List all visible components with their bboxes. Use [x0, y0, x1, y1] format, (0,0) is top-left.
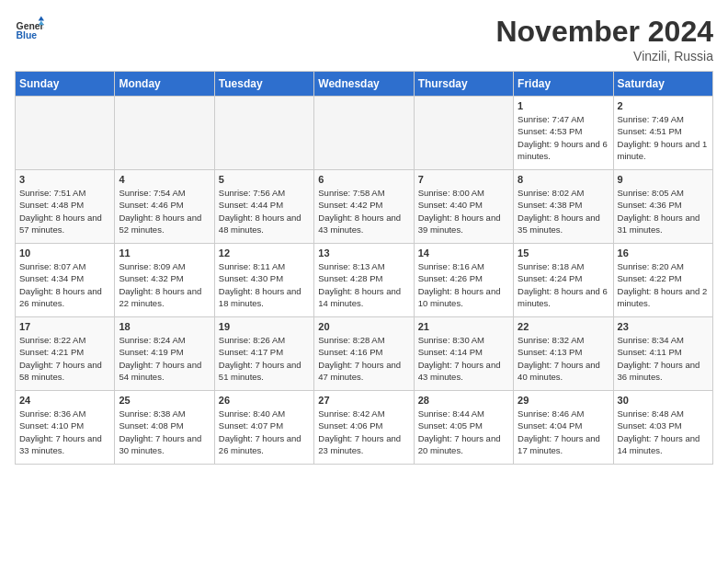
- day-info: Sunrise: 8:02 AMSunset: 4:38 PMDaylight:…: [518, 187, 609, 236]
- day-info: Sunrise: 8:18 AMSunset: 4:24 PMDaylight:…: [518, 260, 609, 309]
- day-cell-30: 30Sunrise: 8:48 AMSunset: 4:03 PMDayligh…: [613, 391, 712, 465]
- day-cell-12: 12Sunrise: 8:11 AMSunset: 4:30 PMDayligh…: [214, 244, 313, 317]
- empty-cell: [414, 97, 513, 170]
- week-row-5: 24Sunrise: 8:36 AMSunset: 4:10 PMDayligh…: [16, 391, 713, 465]
- svg-text:Blue: Blue: [17, 30, 38, 40]
- day-info: Sunrise: 8:46 AMSunset: 4:04 PMDaylight:…: [518, 408, 609, 456]
- day-info: Sunrise: 8:24 AMSunset: 4:19 PMDaylight:…: [119, 334, 210, 383]
- day-number: 28: [418, 395, 509, 406]
- day-number: 25: [119, 395, 210, 406]
- day-info: Sunrise: 8:00 AMSunset: 4:40 PMDaylight:…: [418, 187, 509, 236]
- day-info: Sunrise: 7:58 AMSunset: 4:42 PMDaylight:…: [318, 187, 409, 236]
- day-number: 26: [219, 395, 310, 406]
- day-cell-27: 27Sunrise: 8:42 AMSunset: 4:06 PMDayligh…: [314, 391, 414, 465]
- day-number: 15: [518, 247, 609, 259]
- calendar-table: SundayMondayTuesdayWednesdayThursdayFrid…: [15, 71, 713, 465]
- weekday-header-friday: Friday: [514, 72, 613, 97]
- weekday-header-monday: Monday: [115, 72, 214, 97]
- day-cell-1: 1Sunrise: 7:47 AMSunset: 4:53 PMDaylight…: [514, 97, 613, 170]
- day-info: Sunrise: 8:13 AMSunset: 4:28 PMDaylight:…: [318, 260, 409, 309]
- day-cell-16: 16Sunrise: 8:20 AMSunset: 4:22 PMDayligh…: [613, 244, 712, 317]
- day-cell-29: 29Sunrise: 8:46 AMSunset: 4:04 PMDayligh…: [514, 391, 613, 465]
- day-info: Sunrise: 7:54 AMSunset: 4:46 PMDaylight:…: [119, 187, 210, 236]
- day-number: 29: [518, 395, 609, 406]
- day-cell-19: 19Sunrise: 8:26 AMSunset: 4:17 PMDayligh…: [214, 317, 313, 391]
- day-number: 27: [318, 395, 409, 406]
- day-number: 19: [219, 321, 310, 332]
- day-number: 6: [318, 174, 409, 185]
- page-header: General Blue November 2024 Vinzili, Russ…: [15, 15, 713, 63]
- day-cell-28: 28Sunrise: 8:44 AMSunset: 4:05 PMDayligh…: [414, 391, 513, 465]
- day-info: Sunrise: 8:40 AMSunset: 4:07 PMDaylight:…: [219, 408, 310, 456]
- day-number: 5: [219, 174, 310, 185]
- empty-cell: [16, 97, 115, 170]
- day-number: 16: [618, 247, 709, 259]
- day-number: 18: [119, 321, 210, 332]
- weekday-header-sunday: Sunday: [16, 72, 115, 97]
- day-number: 4: [119, 174, 210, 185]
- day-cell-26: 26Sunrise: 8:40 AMSunset: 4:07 PMDayligh…: [214, 391, 313, 465]
- day-number: 9: [618, 174, 709, 185]
- logo-icon: General Blue: [15, 15, 44, 44]
- empty-cell: [115, 97, 214, 170]
- day-cell-18: 18Sunrise: 8:24 AMSunset: 4:19 PMDayligh…: [115, 317, 214, 391]
- day-info: Sunrise: 8:34 AMSunset: 4:11 PMDaylight:…: [618, 334, 709, 383]
- day-cell-24: 24Sunrise: 8:36 AMSunset: 4:10 PMDayligh…: [16, 391, 115, 465]
- day-cell-9: 9Sunrise: 8:05 AMSunset: 4:36 PMDaylight…: [613, 170, 712, 244]
- logo: General Blue: [15, 15, 44, 44]
- day-number: 21: [418, 321, 509, 332]
- day-info: Sunrise: 8:16 AMSunset: 4:26 PMDaylight:…: [418, 260, 509, 309]
- day-number: 11: [119, 247, 210, 259]
- day-cell-17: 17Sunrise: 8:22 AMSunset: 4:21 PMDayligh…: [16, 317, 115, 391]
- week-row-1: 1Sunrise: 7:47 AMSunset: 4:53 PMDaylight…: [16, 97, 713, 170]
- day-info: Sunrise: 8:32 AMSunset: 4:13 PMDaylight:…: [518, 334, 609, 383]
- day-cell-10: 10Sunrise: 8:07 AMSunset: 4:34 PMDayligh…: [16, 244, 115, 317]
- empty-cell: [214, 97, 313, 170]
- day-info: Sunrise: 7:51 AMSunset: 4:48 PMDaylight:…: [19, 187, 110, 236]
- day-cell-5: 5Sunrise: 7:56 AMSunset: 4:44 PMDaylight…: [214, 170, 313, 244]
- day-cell-4: 4Sunrise: 7:54 AMSunset: 4:46 PMDaylight…: [115, 170, 214, 244]
- week-row-4: 17Sunrise: 8:22 AMSunset: 4:21 PMDayligh…: [16, 317, 713, 391]
- day-number: 12: [219, 247, 310, 259]
- day-cell-13: 13Sunrise: 8:13 AMSunset: 4:28 PMDayligh…: [314, 244, 414, 317]
- day-cell-11: 11Sunrise: 8:09 AMSunset: 4:32 PMDayligh…: [115, 244, 214, 317]
- day-info: Sunrise: 8:07 AMSunset: 4:34 PMDaylight:…: [19, 260, 110, 309]
- location: Vinzili, Russia: [495, 49, 713, 63]
- day-info: Sunrise: 7:49 AMSunset: 4:51 PMDaylight:…: [618, 113, 709, 162]
- day-cell-3: 3Sunrise: 7:51 AMSunset: 4:48 PMDaylight…: [16, 170, 115, 244]
- title-block: November 2024 Vinzili, Russia: [495, 15, 713, 63]
- day-number: 17: [19, 321, 110, 332]
- day-cell-8: 8Sunrise: 8:02 AMSunset: 4:38 PMDaylight…: [514, 170, 613, 244]
- day-info: Sunrise: 8:26 AMSunset: 4:17 PMDaylight:…: [219, 334, 310, 383]
- day-info: Sunrise: 8:20 AMSunset: 4:22 PMDaylight:…: [618, 260, 709, 309]
- day-info: Sunrise: 8:11 AMSunset: 4:30 PMDaylight:…: [219, 260, 310, 309]
- week-row-2: 3Sunrise: 7:51 AMSunset: 4:48 PMDaylight…: [16, 170, 713, 244]
- day-info: Sunrise: 7:56 AMSunset: 4:44 PMDaylight:…: [219, 187, 310, 236]
- day-info: Sunrise: 8:38 AMSunset: 4:08 PMDaylight:…: [119, 408, 210, 456]
- weekday-header-wednesday: Wednesday: [314, 72, 414, 97]
- day-info: Sunrise: 8:44 AMSunset: 4:05 PMDaylight:…: [418, 408, 509, 456]
- weekday-header-thursday: Thursday: [414, 72, 513, 97]
- day-number: 13: [318, 247, 409, 259]
- day-info: Sunrise: 8:28 AMSunset: 4:16 PMDaylight:…: [318, 334, 409, 383]
- svg-marker-2: [39, 17, 44, 21]
- day-info: Sunrise: 8:48 AMSunset: 4:03 PMDaylight:…: [618, 408, 709, 456]
- day-cell-23: 23Sunrise: 8:34 AMSunset: 4:11 PMDayligh…: [613, 317, 712, 391]
- day-info: Sunrise: 7:47 AMSunset: 4:53 PMDaylight:…: [518, 113, 609, 162]
- day-cell-6: 6Sunrise: 7:58 AMSunset: 4:42 PMDaylight…: [314, 170, 414, 244]
- day-number: 2: [618, 100, 709, 111]
- day-cell-2: 2Sunrise: 7:49 AMSunset: 4:51 PMDaylight…: [613, 97, 712, 170]
- day-number: 24: [19, 395, 110, 406]
- day-cell-22: 22Sunrise: 8:32 AMSunset: 4:13 PMDayligh…: [514, 317, 613, 391]
- day-number: 14: [418, 247, 509, 259]
- day-info: Sunrise: 8:22 AMSunset: 4:21 PMDaylight:…: [19, 334, 110, 383]
- empty-cell: [314, 97, 414, 170]
- day-cell-7: 7Sunrise: 8:00 AMSunset: 4:40 PMDaylight…: [414, 170, 513, 244]
- day-number: 10: [19, 247, 110, 259]
- day-info: Sunrise: 8:05 AMSunset: 4:36 PMDaylight:…: [618, 187, 709, 236]
- day-number: 3: [19, 174, 110, 185]
- day-number: 23: [618, 321, 709, 332]
- day-info: Sunrise: 8:09 AMSunset: 4:32 PMDaylight:…: [119, 260, 210, 309]
- day-cell-14: 14Sunrise: 8:16 AMSunset: 4:26 PMDayligh…: [414, 244, 513, 317]
- day-info: Sunrise: 8:36 AMSunset: 4:10 PMDaylight:…: [19, 408, 110, 456]
